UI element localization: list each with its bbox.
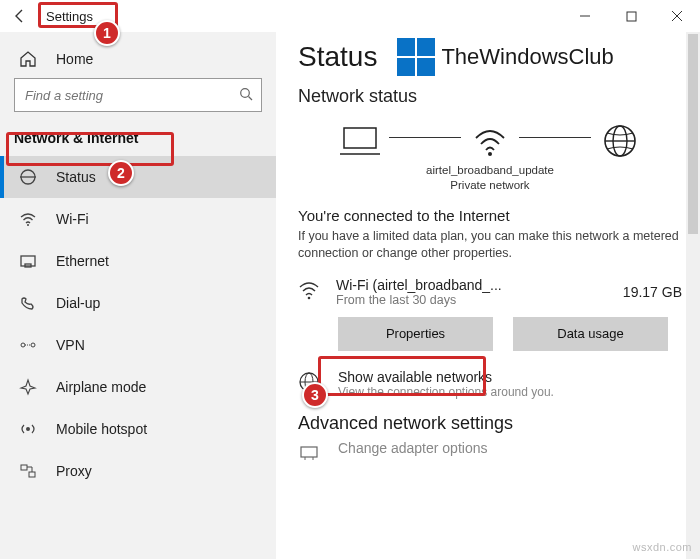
sidebar-item-label: Proxy (56, 463, 92, 479)
advanced-settings-heading: Advanced network settings (298, 413, 682, 434)
sidebar-item-label: Dial-up (56, 295, 100, 311)
diagram-ssid: airtel_broadband_update (298, 163, 682, 178)
adapter-icon (298, 442, 324, 467)
svg-point-12 (31, 343, 35, 347)
svg-rect-16 (29, 472, 35, 477)
svg-rect-1 (627, 12, 636, 21)
sidebar-item-label: Mobile hotspot (56, 421, 147, 437)
page-title: Status (298, 41, 377, 73)
svg-rect-27 (301, 447, 317, 457)
close-icon (671, 10, 683, 22)
svg-line-5 (249, 96, 253, 100)
diagram-network-type: Private network (298, 178, 682, 193)
change-adapter-link[interactable]: Change adapter options (298, 440, 682, 467)
search-input[interactable] (23, 87, 239, 104)
vpn-icon (18, 335, 38, 355)
network-usage: 19.17 GB (623, 284, 682, 300)
sidebar-item-status[interactable]: Status (0, 156, 276, 198)
globe-icon (298, 371, 324, 399)
hotspot-icon (18, 419, 38, 439)
sidebar-item-vpn[interactable]: VPN (0, 324, 276, 366)
sidebar-item-label: VPN (56, 337, 85, 353)
scrollbar-thumb[interactable] (688, 34, 698, 234)
home-nav[interactable]: Home (0, 40, 276, 78)
svg-point-8 (27, 224, 29, 226)
svg-point-11 (21, 343, 25, 347)
network-period: From the last 30 days (336, 293, 623, 307)
sidebar-item-ethernet[interactable]: Ethernet (0, 240, 276, 282)
dialup-icon (18, 293, 38, 313)
wifi-icon (18, 209, 38, 229)
minimize-icon (579, 10, 591, 22)
svg-rect-15 (21, 465, 27, 470)
sidebar-item-wifi[interactable]: Wi-Fi (0, 198, 276, 240)
airplane-icon (18, 377, 38, 397)
proxy-icon (18, 461, 38, 481)
watermark: wsxdn.com (632, 541, 692, 553)
sidebar-item-label: Wi-Fi (56, 211, 89, 227)
maximize-icon (626, 11, 637, 22)
network-diagram (298, 121, 682, 161)
windows-tiles-icon (397, 38, 435, 76)
sidebar-item-label: Status (56, 169, 96, 185)
sidebar: Home Network & Internet Status Wi-Fi (0, 32, 276, 559)
window-title: Settings (46, 9, 93, 24)
section-title: Network status (298, 86, 682, 107)
network-usage-row: Wi-Fi (airtel_broadband_... From the las… (298, 277, 682, 307)
search-input-wrapper[interactable] (14, 78, 262, 112)
back-button[interactable] (8, 4, 32, 28)
router-wifi-icon (467, 121, 513, 161)
search-icon (239, 87, 253, 104)
maximize-button[interactable] (608, 0, 654, 32)
svg-point-23 (308, 297, 311, 300)
connected-heading: You're connected to the Internet (298, 207, 682, 224)
scrollbar[interactable] (686, 32, 700, 559)
svg-point-4 (241, 88, 250, 97)
home-icon (18, 49, 38, 69)
sidebar-item-proxy[interactable]: Proxy (0, 450, 276, 492)
category-title: Network & Internet (0, 120, 276, 156)
svg-rect-17 (344, 128, 376, 148)
content-pane: Status TheWindowsClub Network status air… (276, 32, 700, 559)
home-label: Home (56, 51, 93, 67)
change-adapter-title: Change adapter options (338, 440, 487, 456)
sidebar-item-hotspot[interactable]: Mobile hotspot (0, 408, 276, 450)
device-icon (337, 121, 383, 161)
data-usage-button[interactable]: Data usage (513, 317, 668, 351)
status-icon (18, 167, 38, 187)
sidebar-item-label: Ethernet (56, 253, 109, 269)
brand-logo: TheWindowsClub (397, 38, 613, 76)
svg-point-19 (488, 152, 492, 156)
show-networks-title: Show available networks (338, 369, 554, 385)
svg-point-14 (26, 427, 30, 431)
ethernet-icon (18, 251, 38, 271)
sidebar-item-label: Airplane mode (56, 379, 146, 395)
globe-icon (597, 121, 643, 161)
arrow-left-icon (12, 8, 28, 24)
sidebar-item-airplane[interactable]: Airplane mode (0, 366, 276, 408)
close-button[interactable] (654, 0, 700, 32)
network-name: Wi-Fi (airtel_broadband_... (336, 277, 623, 293)
properties-button[interactable]: Properties (338, 317, 493, 351)
show-networks-link[interactable]: Show available networks View the connect… (298, 369, 682, 399)
show-networks-sub: View the connection options around you. (338, 385, 554, 399)
sidebar-item-dialup[interactable]: Dial-up (0, 282, 276, 324)
minimize-button[interactable] (562, 0, 608, 32)
brand-text: TheWindowsClub (441, 44, 613, 70)
connected-description: If you have a limited data plan, you can… (298, 228, 682, 263)
wifi-icon (298, 279, 324, 304)
